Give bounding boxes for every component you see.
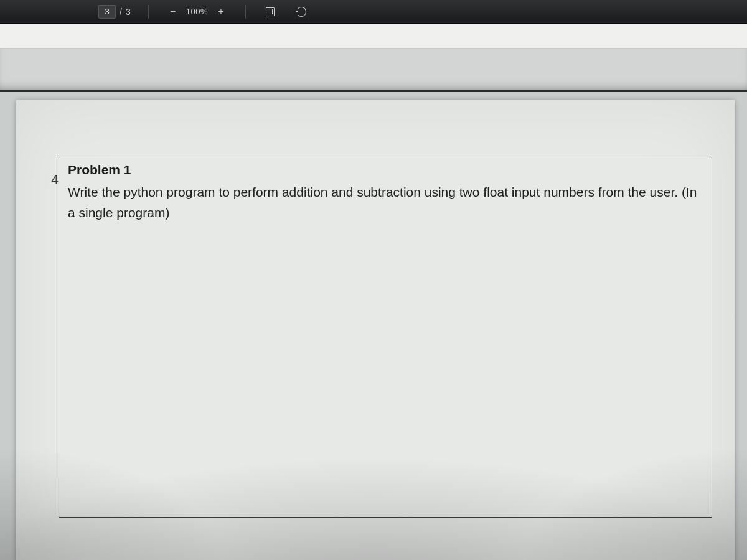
toolbar-divider xyxy=(148,5,149,19)
pdf-toolbar: 3 / 3 − 100% + xyxy=(0,0,747,24)
page-indicator: 3 / 3 xyxy=(98,5,131,19)
row-number: 4 xyxy=(51,172,59,187)
document-viewport[interactable]: 4 Problem 1 Write the python program to … xyxy=(0,92,747,560)
page-body: Problem 1 Write the python program to pe… xyxy=(59,100,735,560)
thumbnail-band xyxy=(0,49,747,92)
problem-text: Write the python program to perform addi… xyxy=(68,182,703,223)
fit-to-page-button[interactable] xyxy=(263,5,277,19)
fit-to-page-icon xyxy=(266,7,275,16)
toolbar-divider xyxy=(245,5,246,19)
document-page: 4 Problem 1 Write the python program to … xyxy=(16,100,735,560)
page-current-input[interactable]: 3 xyxy=(98,5,116,19)
rotate-button[interactable] xyxy=(294,5,308,19)
zoom-controls: − 100% + xyxy=(166,5,228,19)
page-left-margin: 4 xyxy=(16,100,59,560)
zoom-in-button[interactable]: + xyxy=(214,5,228,19)
problem-title: Problem 1 xyxy=(68,162,703,177)
rotate-icon xyxy=(296,7,306,17)
page-separator: / xyxy=(120,7,122,17)
browser-chrome-strip xyxy=(0,24,747,49)
zoom-out-button[interactable]: − xyxy=(166,5,180,19)
problem-box: Problem 1 Write the python program to pe… xyxy=(59,157,712,518)
zoom-level: 100% xyxy=(186,7,208,16)
page-total: 3 xyxy=(126,7,131,17)
